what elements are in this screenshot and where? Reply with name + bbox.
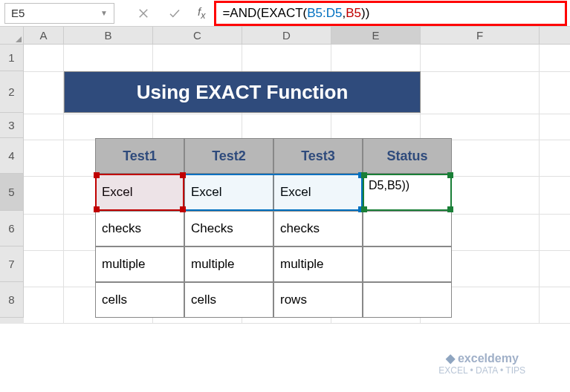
table-cell[interactable]: multiple [184, 246, 273, 282]
row-header-6[interactable]: 6 [0, 211, 24, 246]
name-box[interactable]: E5 ▼ [4, 3, 114, 24]
table-cell[interactable] [363, 246, 452, 282]
row-header-1[interactable]: 1 [0, 45, 24, 71]
table-cell[interactable]: multiple [273, 246, 363, 282]
col-header-D[interactable]: D [242, 27, 331, 44]
table-cell[interactable]: rows [273, 282, 363, 318]
watermark: ◆ exceldemy EXCEL • DATA • TIPS [438, 351, 525, 376]
row-header-5[interactable]: 5 [0, 174, 24, 211]
formula-bar-row: E5 ▼ fx =AND(EXACT(B5:D5,B5)) [0, 0, 570, 27]
spreadsheet-grid: A B C D E F 1 2 3 4 5 6 7 8 Using [0, 27, 570, 324]
cancel-icon[interactable] [137, 7, 150, 20]
table-cell[interactable]: Excel [95, 174, 184, 211]
col-header-A[interactable]: A [24, 27, 64, 44]
table-header[interactable]: Test1 [95, 138, 184, 174]
col-header-B[interactable]: B [64, 27, 153, 44]
col-header-F[interactable]: F [421, 27, 540, 44]
table-header[interactable]: Test2 [184, 138, 273, 174]
table-cell[interactable]: Checks [184, 211, 273, 246]
table-cell[interactable]: checks [273, 211, 363, 246]
column-headers: A B C D E F [0, 27, 570, 45]
table-header[interactable]: Test3 [273, 138, 363, 174]
formula-input[interactable]: =AND(EXACT(B5:D5,B5)) [214, 1, 567, 26]
name-box-value: E5 [11, 7, 25, 19]
table-cell[interactable] [363, 174, 452, 211]
row-header-2[interactable]: 2 [0, 71, 24, 113]
row-header-3[interactable]: 3 [0, 113, 24, 138]
enter-icon[interactable] [168, 7, 181, 20]
page-title: Using EXACT Function [64, 71, 421, 113]
data-table: Test1 Test2 Test3 Status Excel Excel Exc… [95, 138, 452, 318]
table-cell[interactable] [363, 211, 452, 246]
logo-icon: ◆ [446, 352, 455, 365]
table-header[interactable]: Status [363, 138, 452, 174]
fx-icon[interactable]: fx [198, 5, 205, 21]
formula-bar-icons [137, 7, 181, 20]
formula-text: =AND(EXACT(B5:D5,B5)) [222, 6, 369, 21]
select-all-triangle[interactable] [0, 27, 24, 44]
row-header-8[interactable]: 8 [0, 282, 24, 318]
table-cell[interactable]: multiple [95, 246, 184, 282]
row-headers: 1 2 3 4 5 6 7 8 [0, 45, 24, 324]
table-cell[interactable]: cells [95, 282, 184, 318]
chevron-down-icon[interactable]: ▼ [100, 9, 108, 17]
table-cell[interactable]: Excel [184, 174, 273, 211]
row-header-7[interactable]: 7 [0, 246, 24, 282]
col-header-C[interactable]: C [153, 27, 242, 44]
table-cell[interactable] [363, 282, 452, 318]
table-cell[interactable]: Excel [273, 174, 363, 211]
col-header-E[interactable]: E [331, 27, 421, 44]
row-header-4[interactable]: 4 [0, 138, 24, 174]
cells-area[interactable]: Using EXACT Function Test1 Test2 Test3 S… [24, 45, 570, 324]
table-cell[interactable]: checks [95, 211, 184, 246]
table-cell[interactable]: cells [184, 282, 273, 318]
